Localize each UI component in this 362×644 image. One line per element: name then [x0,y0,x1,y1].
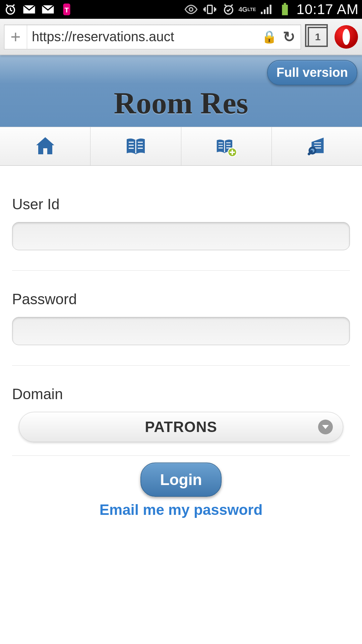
user-id-input[interactable] [12,222,350,250]
full-version-button[interactable]: Full version [267,60,357,85]
tmobile-icon: T [60,2,74,16]
chevron-down-icon [318,420,333,434]
login-button[interactable]: Login [140,463,221,497]
full-version-label: Full version [277,65,348,79]
page-header: Full version Room Res [0,55,362,127]
tab-search-rooms[interactable] [272,127,362,165]
password-label: Password [12,291,350,308]
address-bar[interactable]: + https://reservations.auct 🔒 ↻ [4,24,301,49]
domain-select[interactable]: PATRONS [19,412,343,442]
signal-icon [259,2,273,16]
domain-label: Domain [12,386,350,402]
home-icon [33,134,57,158]
svg-rect-9 [284,3,286,5]
alarm-icon [3,2,17,16]
login-form: User Id Password Domain PATRONS Login Em… [0,166,362,518]
svg-rect-8 [282,5,288,15]
tab-new-reservation[interactable] [181,127,272,165]
android-status-bar: T 4GLTE 10:17 AM [0,0,362,19]
domain-value: PATRONS [145,419,217,435]
password-group: Password [12,291,350,366]
building-search-icon [305,134,329,158]
alarm-check-icon [222,2,236,16]
password-input[interactable] [12,317,350,345]
tabs-count-button[interactable]: 1 [308,27,328,47]
new-tab-button[interactable]: + [4,24,27,49]
book-icon [124,134,148,158]
login-button-label: Login [160,471,202,488]
svg-text:T: T [65,6,69,14]
battery-icon [278,2,292,16]
svg-rect-6 [207,5,212,14]
browser-toolbar: + https://reservations.auct 🔒 ↻ 1 [0,19,362,55]
status-clock: 10:17 AM [297,1,359,17]
page-title: Room Res [114,85,248,127]
reload-icon[interactable]: ↻ [277,28,301,45]
book-plus-icon [214,134,238,158]
gmail-icon [41,2,55,16]
lock-icon: 🔒 [261,30,277,44]
user-id-group: User Id [12,196,350,271]
domain-group: Domain PATRONS [12,386,350,456]
tab-nav [0,127,362,166]
svg-point-5 [189,8,193,11]
tabs-count-value: 1 [315,31,321,43]
4g-lte-icon: 4GLTE [240,2,254,16]
tab-reservations[interactable] [90,127,181,165]
url-text[interactable]: https://reservations.auct [27,29,261,44]
tab-home[interactable] [0,127,90,165]
vibrate-mute-icon [203,2,217,16]
user-id-label: User Id [12,196,350,213]
email-password-link[interactable]: Email me my password [12,501,350,518]
gmail-icon [22,2,36,16]
eye-icon [184,2,198,16]
opera-menu-icon[interactable] [335,25,358,49]
